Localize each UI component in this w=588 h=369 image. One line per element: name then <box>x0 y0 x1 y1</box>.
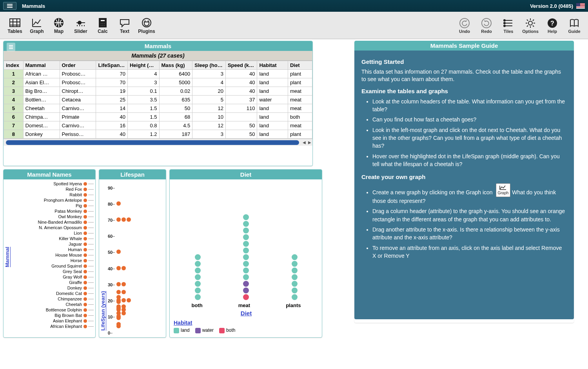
data-point[interactable] <box>83 215 87 219</box>
cell[interactable]: Carnivo… <box>60 104 96 113</box>
cell[interactable]: 0.8 <box>127 121 159 130</box>
data-point[interactable] <box>122 282 126 286</box>
cell[interactable]: 1.5 <box>127 104 159 113</box>
name-row[interactable]: Cheetah <box>11 302 95 307</box>
data-point[interactable] <box>243 294 249 300</box>
tiles-button[interactable]: Tiles <box>499 17 518 34</box>
undo-button[interactable]: Undo <box>455 17 474 34</box>
cell[interactable]: Domest… <box>23 121 60 130</box>
name-row[interactable]: Killer Whale <box>11 236 95 241</box>
data-point[interactable] <box>292 261 298 267</box>
name-row[interactable]: Horse <box>11 258 95 263</box>
table-row[interactable]: 1African …Probosc…7046400340landplant <box>4 70 312 78</box>
list-icon[interactable] <box>7 43 15 51</box>
data-point[interactable] <box>195 281 201 287</box>
cell[interactable]: 40 <box>225 70 257 78</box>
diet-panel[interactable]: Diet bothmeatplants Diet Habitat landwat… <box>169 169 322 338</box>
panel-title[interactable]: Mammal Names <box>4 170 95 179</box>
data-point[interactable] <box>83 259 87 262</box>
column-header[interactable]: index <box>4 61 24 70</box>
cell[interactable]: 3 <box>192 70 226 78</box>
cell[interactable]: 16 <box>96 121 128 130</box>
data-point[interactable] <box>122 290 126 294</box>
cell[interactable]: meat <box>288 87 312 96</box>
horizontal-scrollbar[interactable]: ◀ ▶ <box>4 139 312 146</box>
name-row[interactable]: Asian Elephant <box>11 318 95 324</box>
cell[interactable]: 7 <box>4 121 24 130</box>
cell[interactable]: 1.2 <box>127 130 159 139</box>
data-point[interactable] <box>195 294 201 300</box>
name-row[interactable]: Domestic Cat <box>11 291 95 296</box>
name-row[interactable]: Owl Monkey <box>11 214 95 219</box>
cell[interactable]: 37 <box>225 96 257 104</box>
name-row[interactable]: Pronghorn Antelope <box>11 197 95 203</box>
data-point[interactable] <box>83 210 87 213</box>
cell[interactable]: Cetacea <box>60 96 96 104</box>
name-row[interactable]: Ground Squirrel <box>11 263 95 269</box>
cell[interactable]: Carnivo… <box>60 121 96 130</box>
data-point[interactable] <box>292 294 298 300</box>
cell[interactable]: 40 <box>96 130 128 139</box>
name-row[interactable]: Pig <box>11 203 95 208</box>
name-row[interactable]: Nine-Banded Armadillo <box>11 219 95 225</box>
options-button[interactable]: Options <box>521 17 540 34</box>
cell[interactable]: 50 <box>225 130 257 139</box>
cell[interactable]: Chimpa… <box>23 113 60 121</box>
data-point[interactable] <box>243 254 249 260</box>
data-point[interactable] <box>243 281 249 287</box>
data-point[interactable] <box>116 250 121 254</box>
cell[interactable]: Perisso… <box>60 130 96 139</box>
data-point[interactable] <box>83 275 87 279</box>
data-point[interactable] <box>243 268 249 273</box>
data-table[interactable]: indexMammalOrderLifeSpan (years)Height (… <box>4 61 312 139</box>
cell[interactable]: land <box>257 70 288 78</box>
cell[interactable]: plant <box>288 130 312 139</box>
data-point[interactable] <box>195 288 201 293</box>
name-row[interactable]: Chimpanzee <box>11 296 95 302</box>
cell[interactable]: 187 <box>159 130 192 139</box>
data-point[interactable] <box>243 221 249 227</box>
cell[interactable]: Asian El… <box>23 78 60 87</box>
data-point[interactable] <box>243 248 249 253</box>
cell[interactable]: 10 <box>192 113 226 121</box>
slider-tool[interactable]: Slider <box>70 14 92 37</box>
column-header[interactable]: Diet <box>288 61 312 70</box>
cell[interactable]: 110 <box>225 104 257 113</box>
cell[interactable]: 50 <box>159 104 192 113</box>
data-point[interactable] <box>83 232 87 235</box>
data-point[interactable] <box>243 241 249 247</box>
table-row[interactable]: 8DonkeyPerisso…401.2187350landplant <box>4 130 312 139</box>
help-button[interactable]: ? Help <box>543 17 562 34</box>
data-point[interactable] <box>116 324 121 328</box>
cell[interactable]: Probosc… <box>60 70 96 78</box>
cell[interactable]: 40 <box>225 87 257 96</box>
panel-title[interactable]: Mammals <box>4 41 312 51</box>
data-point[interactable] <box>195 261 201 267</box>
data-point[interactable] <box>83 303 87 306</box>
cell[interactable]: 4.5 <box>159 121 192 130</box>
name-row[interactable]: Red Fox <box>11 186 95 192</box>
data-point[interactable] <box>243 214 249 220</box>
map-tool[interactable]: Map <box>48 14 70 37</box>
column-header[interactable]: Mammal <box>23 61 60 70</box>
data-point[interactable] <box>292 254 298 260</box>
cell[interactable]: 1.5 <box>127 113 159 121</box>
data-point[interactable] <box>83 253 87 257</box>
data-point[interactable] <box>83 281 87 284</box>
cell[interactable]: Bottlen… <box>23 96 60 104</box>
cell[interactable]: 5 <box>192 96 226 104</box>
cell[interactable]: 20 <box>192 87 226 96</box>
data-point[interactable] <box>292 288 298 293</box>
locale-flag-us-icon[interactable] <box>576 3 585 9</box>
data-point[interactable] <box>292 268 298 273</box>
cell[interactable]: 4 <box>4 96 24 104</box>
cell[interactable]: 4 <box>192 78 226 87</box>
table-row[interactable]: 3Big Bro…Chiropt…190.10.022040landmeat <box>4 87 312 96</box>
name-row[interactable]: Gray Wolf <box>11 274 95 280</box>
name-row[interactable]: Giraffe <box>11 280 95 285</box>
name-row[interactable]: House Mouse <box>11 252 95 258</box>
cell[interactable]: land <box>257 113 288 121</box>
cell[interactable]: meat <box>288 96 312 104</box>
diet-column[interactable] <box>243 214 249 300</box>
cell[interactable]: 3 <box>192 130 226 139</box>
